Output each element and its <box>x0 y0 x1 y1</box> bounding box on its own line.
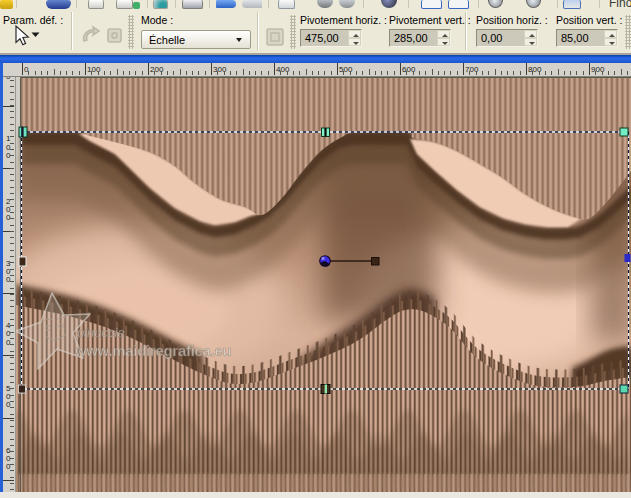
svg-text:www.maidiregrafica.eu: www.maidiregrafica.eu <box>74 343 232 359</box>
svg-text:pinuccia: pinuccia <box>76 325 125 340</box>
